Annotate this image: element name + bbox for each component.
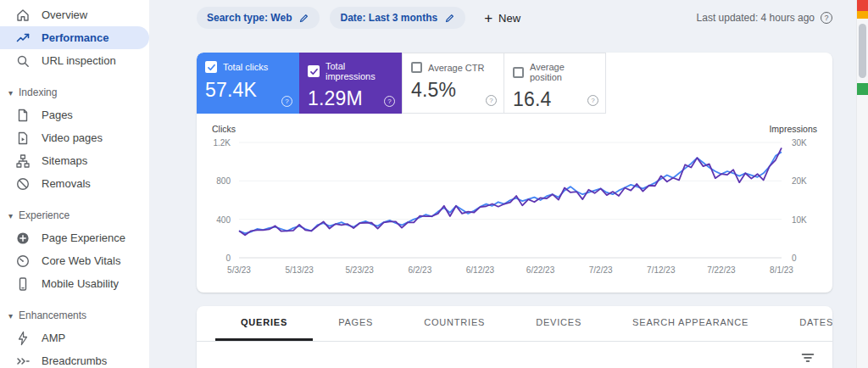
checkbox-checked-icon[interactable] [205,61,217,73]
sidebar-item-core-web-vitals[interactable]: Core Web Vitals [0,249,149,272]
section-label: Enhancements [19,309,86,321]
axis-tick-label: 800 [216,176,231,186]
sidebar-item-video-pages[interactable]: Video pages [0,126,149,149]
sidebar-section-indexing[interactable]: ▾ Indexing [0,81,149,103]
tab-devices[interactable]: DEVICES [510,306,607,341]
sidebar-item-sitemaps[interactable]: Sitemaps [0,149,149,172]
edit-pencil-icon [298,13,309,24]
speedometer-icon [15,254,31,269]
performance-trend-icon [15,31,31,46]
smartphone-icon [15,276,31,292]
sidebar-item-label: Removals [42,177,91,190]
right-axis-ticks: 010K20K30K [787,142,819,258]
axis-tick-label: 0 [225,254,231,263]
metric-label: Total clicks [223,62,268,72]
search-type-chip[interactable]: Search type: Web [197,7,320,29]
sidebar-item-breadcrumbs[interactable]: Breadcrumbs [0,349,149,368]
x-axis-tick-label: 7/12/23 [647,265,675,275]
checkbox-checked-icon[interactable] [308,65,320,77]
checkbox-empty-icon[interactable] [513,67,524,78]
search-icon [15,53,31,69]
scroll-marker-yellow [857,11,868,19]
metric-tile-average-position[interactable]: Average position 16.4 ? [504,53,606,114]
section-label: Experience [19,209,70,221]
metric-tile-total-clicks[interactable]: Total clicks 57.4K ? [197,53,299,114]
x-axis-ticks: 5/3/235/13/235/23/236/2/236/12/236/22/23… [239,263,782,275]
help-icon[interactable]: ? [384,96,395,107]
x-axis-tick-label: 7/22/23 [707,265,735,275]
metric-value: 16.4 [513,88,597,111]
section-label: Indexing [19,86,57,98]
tab-countries[interactable]: COUNTRIES [398,306,510,341]
help-icon[interactable]: ? [281,96,292,107]
help-icon[interactable]: ? [587,95,598,106]
sidebar-item-mobile-usability[interactable]: Mobile Usability [0,272,149,295]
sidebar-item-label: Overview [42,8,87,21]
table-toolbar [197,342,832,368]
help-icon[interactable]: ? [821,12,832,24]
last-updated: Last updated: 4 hours ago ? [697,12,832,24]
chevron-down-icon: ▾ [8,88,13,98]
dimension-tabs: QUERIES PAGES COUNTRIES DEVICES SEARCH A… [197,306,832,342]
blocked-icon [15,176,31,192]
metric-value: 57.4K [205,79,291,102]
sidebar-item-url-inspection[interactable]: URL inspection [0,49,149,72]
sidebar-item-removals[interactable]: Removals [0,172,149,195]
chevron-down-icon: ▾ [8,211,13,220]
metric-label: Average position [530,62,597,82]
date-chip-label: Date: Last 3 months [340,12,437,24]
metric-label: Total impressions [326,61,393,81]
sidebar-item-page-experience[interactable]: Page Experience [0,226,149,249]
x-axis-tick-label: 6/12/23 [466,265,494,275]
home-icon [15,8,31,23]
amp-lightning-icon [15,331,31,346]
axis-tick-label: 10K [792,215,807,224]
chart-plot-area: 04008001.2K 010K20K30K 5/3/235/13/235/23… [210,141,819,275]
metric-tiles: Total clicks 57.4K ? Total impressions 1… [197,53,832,114]
metric-label: Average CTR [428,63,484,73]
breadcrumbs-icon [15,354,31,368]
sidebar-item-overview[interactable]: Overview [0,3,149,26]
x-axis-tick-label: 5/13/23 [285,265,313,275]
checkbox-empty-icon[interactable] [411,62,422,73]
right-axis-title: Impressions [769,124,817,134]
tab-search-appearance[interactable]: SEARCH APPEARANCE [607,306,774,341]
topbar: Search type: Web Date: Last 3 months + N… [197,0,832,36]
help-icon[interactable]: ? [486,95,497,106]
left-axis-title: Clicks [212,124,236,134]
date-filter-chip[interactable]: Date: Last 3 months [330,7,465,29]
sidebar-item-label: AMP [42,332,65,344]
scroll-marker-red [857,0,868,11]
sidebar-item-label: URL inspection [42,54,116,67]
performance-card: Total clicks 57.4K ? Total impressions 1… [197,53,832,293]
filter-icon[interactable] [800,350,815,365]
metric-value: 4.5% [411,79,495,102]
sidebar-item-pages[interactable]: Pages [0,103,149,126]
sidebar-section-experience[interactable]: ▾ Experience [0,204,149,226]
sitemap-icon [15,153,31,169]
tab-queries[interactable]: QUERIES [215,306,313,341]
last-updated-text: Last updated: 4 hours ago [697,12,815,24]
sidebar-item-label: Mobile Usability [42,277,119,290]
chevron-down-icon: ▾ [8,311,13,321]
sidebar-section-enhancements[interactable]: ▾ Enhancements [0,304,149,326]
main-content: Search type: Web Date: Last 3 months + N… [149,0,856,368]
metric-tile-average-ctr[interactable]: Average CTR 4.5% ? [402,53,504,114]
plus-icon: + [484,11,492,25]
sidebar-item-amp[interactable]: AMP [0,326,149,349]
sidebar-item-performance[interactable]: Performance [0,26,149,49]
axis-tick-label: 20K [792,176,807,186]
scrollbar-thumb[interactable] [859,24,866,78]
left-axis-ticks: 04008001.2K [210,142,234,258]
sidebar-item-label: Video pages [42,131,103,144]
new-filter-button[interactable]: + New [484,11,520,25]
tab-pages[interactable]: PAGES [313,306,398,341]
scrollbar[interactable] [856,0,868,368]
metric-tile-total-impressions[interactable]: Total impressions 1.29M ? [299,53,402,114]
page-experience-icon [15,231,31,246]
tab-dates[interactable]: DATES [774,306,832,341]
chart-lines-svg [239,142,782,258]
sidebar-item-label: Breadcrumbs [42,354,107,367]
dimensions-card: QUERIES PAGES COUNTRIES DEVICES SEARCH A… [197,306,832,368]
edit-pencil-icon [444,13,455,24]
